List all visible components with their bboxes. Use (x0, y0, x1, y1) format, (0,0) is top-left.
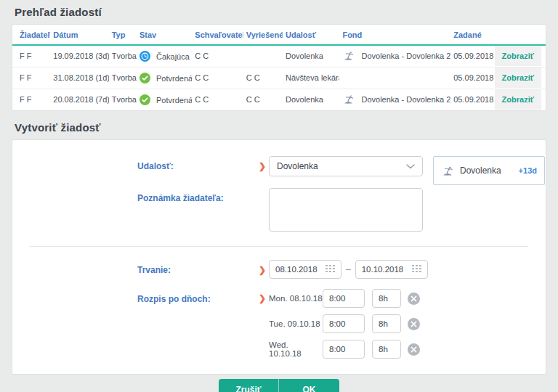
time-input[interactable] (323, 289, 365, 308)
check-icon (140, 94, 150, 105)
status-label: Potvrdená (156, 73, 192, 82)
hours-input[interactable] (372, 340, 401, 359)
event-row: Udalosť: ❯ Dovolenka Dovolenka +13d (12, 140, 546, 185)
status-cell: Potvrdená (137, 89, 192, 110)
footer-buttons: Zrušiť OK (219, 379, 339, 392)
col-resolved: Vyriešené (243, 25, 283, 45)
time-input[interactable] (323, 340, 365, 359)
schedule-day-label: Tue. 09.10.18 (269, 319, 323, 328)
palm-icon (342, 94, 355, 105)
chevron-right-icon: ❯ (259, 260, 269, 275)
chevron-right-icon: ❯ (259, 156, 269, 171)
note-textarea[interactable] (269, 188, 423, 232)
palm-icon (342, 50, 355, 62)
fund-label: Dovolenka - Dovolenka 20 (361, 52, 450, 60)
applicant-cell: F F (12, 89, 50, 110)
resolved-cell: C C (243, 67, 283, 89)
chevron-right-icon: ❯ (259, 293, 269, 303)
type-cell: Tvorba (109, 45, 137, 67)
fund-cell: Dovolenka - Dovolenka 20 (339, 45, 450, 67)
event-cell: Dovolenka (283, 89, 339, 110)
col-type: Typ (109, 25, 137, 45)
event-label: Udalosť: (137, 156, 259, 171)
cancel-button[interactable]: Zrušiť (219, 379, 279, 392)
col-status: Stav (137, 25, 192, 45)
entered-cell: 05.09.2018 (450, 67, 494, 89)
approver-cell: C C (192, 67, 243, 89)
schedule-row: ❯ Mon. 08.10.18 (259, 289, 420, 308)
grid-icon (326, 265, 335, 274)
overview-title: Prehľad žiadostí (15, 6, 558, 18)
range-dash: – (346, 260, 351, 274)
date-cell: 19.09.2018 (3d) (50, 45, 108, 67)
zobrazit-button[interactable]: Zobraziť (495, 68, 541, 88)
form-divider (30, 246, 528, 247)
fund-chip[interactable]: Dovolenka +13d (433, 156, 545, 185)
event-select-value: Dovolenka (277, 161, 318, 171)
zobrazit-button[interactable]: Zobraziť (495, 89, 541, 110)
form-title: Vytvoriť žiadosť (15, 121, 558, 134)
chevron-down-icon (406, 161, 415, 171)
table-header-row: Žiadateľ Dátum Typ Stav Schvaľovateľ Vyr… (12, 25, 546, 45)
grid-icon (412, 265, 421, 274)
col-entered: Zadané (450, 25, 494, 45)
applicant-cell: F F (12, 67, 50, 89)
zobrazit-button[interactable]: Zobraziť (495, 46, 541, 66)
fund-chip-name: Dovolenka (460, 166, 501, 176)
fund-label: Dovolenka - Dovolenka 20 (361, 95, 450, 104)
event-select[interactable]: Dovolenka (269, 156, 423, 176)
ok-button[interactable]: OK (279, 379, 339, 392)
date-to-value: 10.10.2018 (362, 265, 404, 274)
approver-cell: C C (192, 89, 243, 110)
x-circle-icon[interactable] (408, 293, 420, 305)
table-row: F F 20.08.2018 (7d) Tvorba Potvrdená C C… (12, 89, 546, 110)
date-from-value: 08.10.2018 (275, 265, 318, 274)
status-label: Potvrdená (156, 95, 192, 104)
type-cell: Tvorba (109, 89, 137, 110)
hours-input[interactable] (372, 289, 401, 308)
entered-cell: 05.09.2018 (450, 45, 494, 67)
requests-table-body: F F 19.09.2018 (3d) Tvorba Čakajúca C C … (12, 45, 546, 110)
fund-cell (339, 67, 450, 89)
palm-icon (441, 165, 454, 177)
x-circle-icon[interactable] (408, 343, 420, 356)
time-input[interactable] (323, 314, 365, 333)
x-circle-icon[interactable] (408, 318, 420, 330)
check-icon (140, 73, 150, 83)
action-cell: Zobraziť (495, 89, 546, 110)
applicant-cell: F F (12, 45, 50, 67)
fund-cell: Dovolenka - Dovolenka 20 (339, 89, 450, 110)
schedule-row: ❯ Tue. 09.10.18 (259, 314, 420, 333)
status-label: Čakajúca (156, 52, 190, 60)
schedule-rows: ❯ Mon. 08.10.18 ❯ Tue. 09.10.18 ❯ Wed. 1… (259, 289, 420, 365)
event-cell: Návšteva lekára (283, 67, 339, 89)
clock-icon (140, 51, 150, 62)
date-to-input[interactable]: 10.10.2018 (355, 260, 428, 279)
resolved-cell (243, 45, 283, 67)
resolved-cell: C C (243, 89, 283, 110)
col-fund: Fond (339, 25, 450, 45)
schedule-label: Rozpis po dňoch: (137, 289, 259, 304)
action-cell: Zobraziť (495, 67, 546, 89)
note-label: Poznámka žiadateľa: (137, 188, 259, 203)
event-cell: Dovolenka (283, 45, 339, 67)
date-from-input[interactable]: 08.10.2018 (269, 260, 341, 279)
status-cell: Potvrdená (137, 67, 192, 89)
action-cell: Zobraziť (495, 45, 546, 67)
date-cell: 31.08.2018 (1d) (50, 67, 108, 89)
table-row: F F 31.08.2018 (1d) Tvorba Potvrdená C C… (12, 67, 546, 89)
create-request-card: Udalosť: ❯ Dovolenka Dovolenka +13d Pozn… (12, 139, 546, 375)
duration-label: Trvanie: (137, 260, 259, 275)
col-approver: Schvaľovateľ (192, 25, 243, 45)
requests-table-card: Žiadateľ Dátum Typ Stav Schvaľovateľ Vyr… (12, 24, 546, 111)
schedule-row-group: Rozpis po dňoch: ❯ Mon. 08.10.18 ❯ Tue. … (12, 289, 546, 365)
entered-cell: 05.09.2018 (450, 89, 494, 110)
hours-input[interactable] (372, 314, 401, 333)
schedule-day-label: Wed. 10.10.18 (269, 340, 323, 358)
form-footer: Zrušiť OK (0, 375, 558, 392)
approver-cell: C C (192, 45, 243, 67)
schedule-row: ❯ Wed. 10.10.18 (259, 340, 420, 359)
note-row: Poznámka žiadateľa: ❯ (12, 188, 546, 232)
table-row: F F 19.09.2018 (3d) Tvorba Čakajúca C C … (12, 45, 546, 67)
col-event: Udalosť (283, 25, 339, 45)
